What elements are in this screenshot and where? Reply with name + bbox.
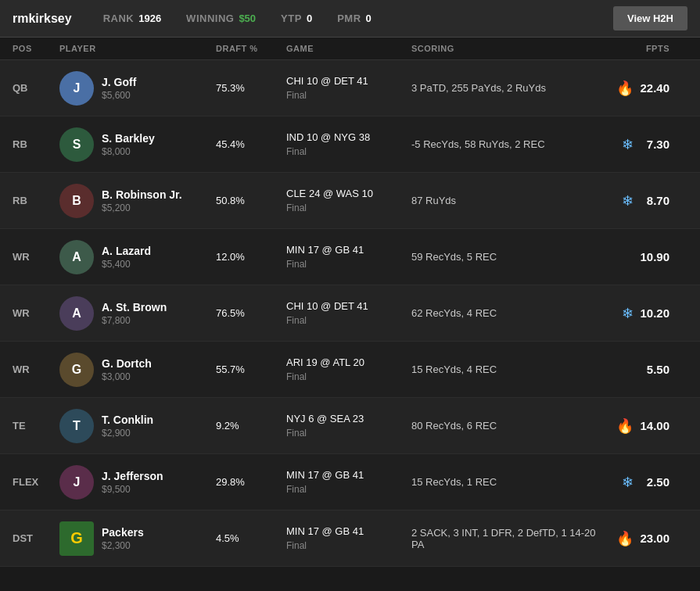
- ytp-label: YTP: [281, 13, 302, 24]
- player-position: FLEX: [13, 476, 59, 488]
- avatar: T: [59, 409, 94, 443]
- avatar: S: [59, 127, 94, 162]
- game-matchup: IND 10 @ NYG 38: [286, 130, 411, 145]
- game-info: CLE 24 @ WAS 10 Final: [286, 186, 411, 216]
- player-info: A A. Lazard $5,400: [59, 240, 216, 274]
- table-row: WR G G. Dortch $3,000 55.7% ARI 19 @ ATL…: [0, 342, 700, 398]
- pmr-stat: PMR 0: [337, 13, 372, 24]
- game-status: Final: [286, 257, 411, 271]
- scoring-stats: 59 RecYds, 5 REC: [411, 251, 599, 263]
- player-position: DST: [13, 532, 59, 544]
- view-h2h-button[interactable]: View H2H: [613, 6, 687, 30]
- table-row: RB B B. Robinson Jr. $5,200 50.8% CLE 24…: [0, 173, 700, 229]
- player-name-salary: T. Conklin $2,900: [102, 414, 153, 439]
- game-matchup: CHI 10 @ DET 41: [286, 73, 411, 89]
- fpts-value: 14.00: [638, 419, 669, 432]
- game-status: Final: [286, 539, 411, 553]
- game-info: NYJ 6 @ SEA 23 Final: [286, 411, 411, 441]
- snowflake-icon: ❄: [622, 136, 634, 153]
- table-row: DST G Packers $2,300 4.5% MIN 17 @ GB 41…: [0, 510, 700, 567]
- player-name: T. Conklin: [102, 414, 153, 426]
- table-row: TE T T. Conklin $2,900 9.2% NYJ 6 @ SEA …: [0, 398, 700, 454]
- draft-percentage: 75.3%: [216, 82, 286, 94]
- fpts-value: 22.40: [638, 81, 669, 95]
- game-matchup: MIN 17 @ GB 41: [286, 242, 411, 258]
- snowflake-icon: ❄: [622, 474, 634, 491]
- player-list: QB J J. Goff $5,600 75.3% CHI 10 @ DET 4…: [0, 60, 700, 567]
- player-name: Packers: [102, 526, 144, 539]
- flame-icon: 🔥: [616, 417, 634, 435]
- game-status: Final: [286, 426, 411, 440]
- player-name: B. Robinson Jr.: [102, 188, 182, 201]
- game-info: CHI 10 @ DET 41 Final: [286, 73, 411, 103]
- flame-icon: 🔥: [616, 80, 634, 97]
- player-position: QB: [13, 82, 59, 94]
- player-name: A. St. Brown: [102, 301, 167, 313]
- player-name: J. Goff: [102, 76, 136, 88]
- player-salary: $5,200: [102, 202, 182, 213]
- scoring-stats: 2 SACK, 3 INT, 1 DFR, 2 DefTD, 1 14-20 P…: [411, 527, 599, 550]
- fpts-value: 23.00: [638, 532, 669, 545]
- table-row: RB S S. Barkley $8,000 45.4% IND 10 @ NY…: [0, 116, 700, 173]
- player-name-salary: J. Jefferson $9,500: [102, 470, 163, 495]
- player-name: G. Dortch: [102, 357, 152, 370]
- draft-percentage: 9.2%: [216, 420, 286, 432]
- avatar: A: [59, 296, 94, 331]
- fpts-value: 2.50: [638, 475, 669, 489]
- player-salary: $5,600: [102, 90, 136, 101]
- player-info: S S. Barkley $8,000: [59, 127, 216, 162]
- table-row: WR A A. Lazard $5,400 12.0% MIN 17 @ GB …: [0, 229, 700, 285]
- player-position: RB: [13, 138, 59, 150]
- draft-percentage: 4.5%: [216, 532, 286, 544]
- fpts-cell: ❄ 2.50: [599, 474, 669, 491]
- winning-stat: WINNING $50: [186, 13, 256, 24]
- player-info: A A. St. Brown $7,800: [59, 296, 216, 331]
- game-matchup: MIN 17 @ GB 41: [286, 467, 411, 483]
- pmr-label: PMR: [337, 13, 361, 24]
- draft-percentage: 29.8%: [216, 476, 286, 488]
- fpts-cell: 🔥 23.00: [599, 530, 669, 547]
- flame-icon: 🔥: [616, 530, 634, 547]
- player-name-salary: S. Barkley $8,000: [102, 132, 155, 157]
- fpts-value: 10.90: [638, 250, 669, 263]
- player-name-salary: Packers $2,300: [102, 526, 144, 551]
- player-salary: $7,800: [102, 315, 167, 326]
- col-scoring: SCORING: [411, 44, 599, 53]
- snowflake-icon: ❄: [622, 192, 634, 210]
- game-info: MIN 17 @ GB 41 Final: [286, 242, 411, 272]
- scoring-stats: 87 RuYds: [411, 195, 599, 206]
- winning-label: WINNING: [186, 13, 234, 24]
- draft-percentage: 76.5%: [216, 307, 286, 319]
- player-position: TE: [13, 420, 59, 432]
- fpts-value: 5.50: [638, 363, 669, 376]
- player-name-salary: B. Robinson Jr. $5,200: [102, 188, 182, 213]
- player-salary: $2,300: [102, 540, 144, 551]
- player-salary: $3,000: [102, 371, 152, 382]
- fpts-cell: ❄ 8.70: [599, 192, 669, 210]
- fpts-cell: 5.50: [599, 363, 669, 376]
- fpts-cell: ❄ 10.20: [599, 305, 669, 322]
- player-info: J J. Goff $5,600: [59, 71, 216, 106]
- username: rmkirksey: [13, 12, 72, 26]
- scoring-stats: 15 RecYds, 1 REC: [411, 476, 599, 488]
- table-row: FLEX J J. Jefferson $9,500 29.8% MIN 17 …: [0, 454, 700, 510]
- fpts-cell: 🔥 14.00: [599, 417, 669, 435]
- game-info: ARI 19 @ ATL 20 Final: [286, 355, 411, 385]
- player-info: G Packers $2,300: [59, 521, 216, 556]
- player-info: T T. Conklin $2,900: [59, 409, 216, 443]
- game-info: MIN 17 @ GB 41 Final: [286, 524, 411, 553]
- table-row: WR A A. St. Brown $7,800 76.5% CHI 10 @ …: [0, 285, 700, 342]
- player-name: A. Lazard: [102, 245, 151, 257]
- game-info: CHI 10 @ DET 41 Final: [286, 299, 411, 328]
- col-fpts: FPTS: [599, 44, 669, 53]
- game-status: Final: [286, 313, 411, 328]
- avatar: J: [59, 71, 94, 106]
- rank-stat: RANK 1926: [103, 13, 161, 24]
- game-info: MIN 17 @ GB 41 Final: [286, 467, 411, 497]
- col-player: PLAYER: [59, 44, 216, 53]
- fpts-cell: 10.90: [599, 250, 669, 263]
- snowflake-icon: ❄: [622, 305, 634, 322]
- fpts-value: 8.70: [638, 194, 669, 207]
- winning-value: $50: [239, 13, 256, 24]
- avatar: G: [59, 353, 94, 387]
